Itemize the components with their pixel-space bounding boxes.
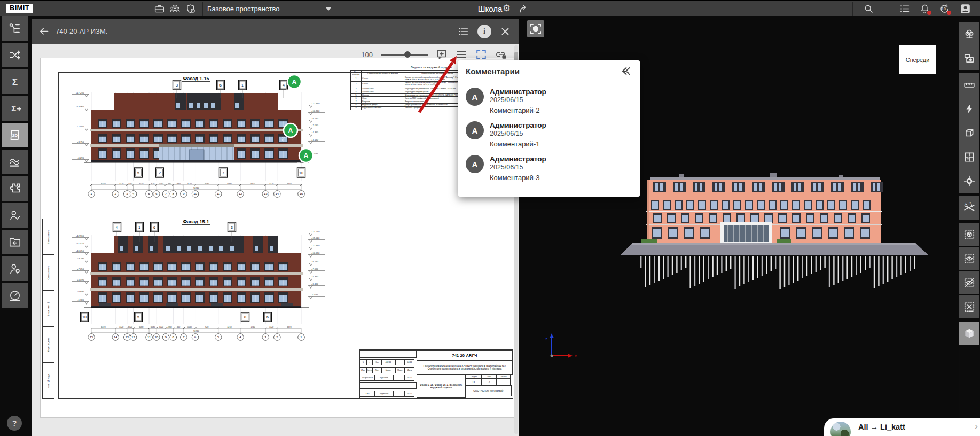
tool-isolate[interactable] <box>959 223 979 246</box>
svg-text:А: А <box>292 78 297 86</box>
search-icon[interactable] <box>863 3 874 14</box>
share-icon[interactable] <box>518 3 529 14</box>
svg-text:13: 13 <box>125 336 129 339</box>
doc-2d-icon: 2D <box>8 128 22 142</box>
collapse-panel-icon[interactable] <box>620 65 632 77</box>
measure-icon <box>963 79 975 91</box>
chat-bar[interactable]: All → Li_katt › <box>824 418 980 436</box>
svg-text:3120: 3120 <box>159 326 163 328</box>
tool-charts[interactable] <box>2 150 28 174</box>
svg-text:6370: 6370 <box>101 326 106 328</box>
tool-user-check[interactable] <box>2 203 28 228</box>
list-icon[interactable] <box>458 26 469 37</box>
view-orientation-label[interactable]: Спереди <box>899 45 936 74</box>
tool-measure[interactable] <box>959 73 979 97</box>
capture-button[interactable] <box>527 20 544 37</box>
profile-icon[interactable] <box>960 3 971 14</box>
hide-icon <box>963 277 975 289</box>
svg-text:1740: 1740 <box>251 326 255 328</box>
svg-text:1: 1 <box>965 203 967 205</box>
comment-item[interactable]: А Администратор 2025/06/15 Комментарий-3 <box>458 151 640 185</box>
zoom-slider[interactable] <box>381 51 428 58</box>
svg-text:Z: Z <box>545 338 547 341</box>
tool-axes[interactable]: 12 <box>959 196 979 220</box>
viewer-2d-header: 740-20-АР ИЗМ. i <box>32 19 519 44</box>
svg-text:А: А <box>303 152 309 160</box>
model-tree-icon <box>8 21 22 35</box>
zoom-value: 100 <box>361 51 373 59</box>
comment-date: 2025/06/15 <box>490 96 546 104</box>
tool-dashboard[interactable] <box>2 283 28 308</box>
notifications-bell-icon[interactable] <box>919 3 930 14</box>
tool-clear-selection[interactable] <box>959 295 979 318</box>
svg-text:3: 3 <box>176 83 178 87</box>
settings-gear-icon[interactable]: ⚙ <box>503 3 511 14</box>
svg-text:+8.250: +8.250 <box>311 117 319 120</box>
svg-text:460: 460 <box>177 326 180 328</box>
comment-add-icon[interactable] <box>436 49 448 60</box>
tool-plugins[interactable] <box>2 176 28 201</box>
comment-author: Администратор <box>490 88 546 96</box>
facade-drawing-top: Фасад 1-15637031201740421062055404602860… <box>49 74 350 207</box>
svg-text:+12.960: +12.960 <box>311 244 320 247</box>
svg-text:6030: 6030 <box>205 183 209 185</box>
tool-section-box[interactable] <box>959 121 979 145</box>
tool-floor-plan[interactable] <box>959 145 979 169</box>
svg-text:Фасад 15-1: Фасад 15-1 <box>183 219 209 224</box>
svg-text:11: 11 <box>217 192 221 196</box>
isolate-icon <box>963 229 975 240</box>
svg-text:-0.290: -0.290 <box>77 157 84 159</box>
show-icon <box>963 253 975 264</box>
tool-hide[interactable] <box>959 271 979 294</box>
svg-text:4: 4 <box>283 83 285 87</box>
tool-focus[interactable] <box>959 169 979 193</box>
svg-text:1: 1 <box>138 225 140 229</box>
comments-title: Комментарии <box>466 67 520 76</box>
comment-filter-icon[interactable] <box>456 49 467 60</box>
tool-capture[interactable] <box>959 46 979 70</box>
tool-environment[interactable] <box>959 22 979 46</box>
svg-text:+7.050: +7.050 <box>311 124 319 127</box>
floor-plan-icon <box>963 151 975 163</box>
svg-text:+7.050: +7.050 <box>77 125 84 128</box>
tool-clash[interactable] <box>2 43 28 67</box>
tool-folder-transfer[interactable] <box>2 230 28 254</box>
info-icon[interactable]: i <box>477 25 491 38</box>
tool-sum-add[interactable]: Σ <box>2 96 28 121</box>
back-arrow-icon[interactable] <box>38 26 50 37</box>
tool-sum[interactable]: Σ <box>2 69 28 94</box>
tool-view-cube[interactable] <box>959 322 979 345</box>
tool-doc-2d[interactable]: 2D <box>2 123 28 147</box>
list-icon[interactable] <box>899 3 911 14</box>
svg-text:2: 2 <box>159 171 161 175</box>
comment-item[interactable]: А Администратор 2025/06/15 Комментарий-1 <box>458 118 640 151</box>
link-lock-icon[interactable] <box>495 49 507 60</box>
charts-icon <box>8 155 22 169</box>
project-title: Школа <box>0 4 980 13</box>
tool-model-tree[interactable] <box>2 16 28 41</box>
svg-text:14: 14 <box>114 336 117 339</box>
close-icon[interactable] <box>499 26 511 37</box>
svg-text:+4.350: +4.350 <box>311 275 319 278</box>
comment-item[interactable]: А Администратор 2025/06/15 Комментарий-2 <box>458 84 640 118</box>
svg-text:12: 12 <box>131 336 135 339</box>
history-icon[interactable]: 10 <box>939 3 950 14</box>
avatar[interactable] <box>830 422 851 436</box>
chevron-right-icon[interactable]: › <box>975 421 978 432</box>
svg-text:+0.890: +0.890 <box>77 290 84 293</box>
svg-text:2860: 2860 <box>167 326 171 328</box>
svg-text:5540: 5540 <box>187 326 192 328</box>
folder-transfer-icon <box>8 235 22 249</box>
svg-text:4210: 4210 <box>227 326 231 328</box>
comment-marker[interactable]: А <box>286 75 301 91</box>
drawing-sheet[interactable]: СогласованоСогласованоВзам. инв. №Подп. … <box>40 58 517 418</box>
fullscreen-icon[interactable] <box>475 49 487 60</box>
title-block: 5-Нов.442-2204.22Изм.Кол.учЛист№док.Подп… <box>359 349 513 399</box>
tool-show[interactable] <box>959 247 979 270</box>
chat-recipient: All → Li_katt <box>858 423 905 431</box>
help-button[interactable]: ? <box>7 416 22 431</box>
tool-clip-plane[interactable] <box>959 97 979 121</box>
tool-user-location[interactable] <box>2 256 28 281</box>
svg-text:8: 8 <box>244 315 246 319</box>
svg-text:13: 13 <box>264 192 268 196</box>
